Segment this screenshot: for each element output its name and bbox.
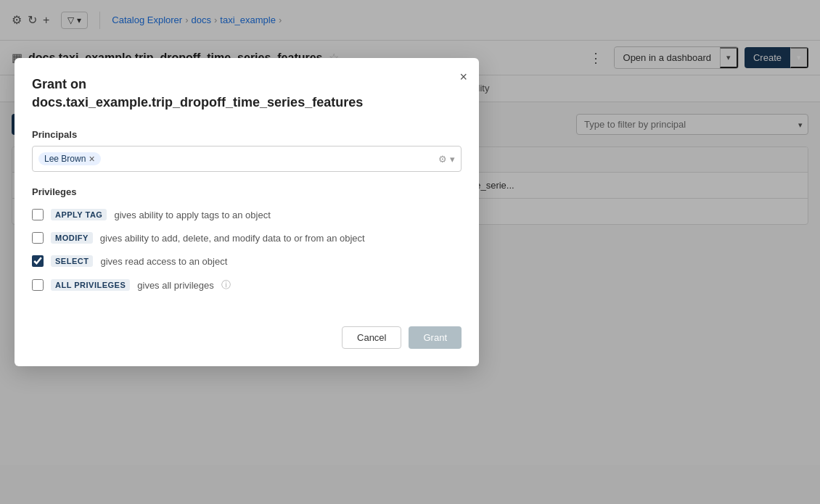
cancel-button[interactable]: Cancel xyxy=(342,326,401,349)
privilege-row-modify: MODIFY gives ability to add, delete, and… xyxy=(32,226,462,249)
all-privileges-checkbox[interactable] xyxy=(32,279,44,291)
principals-settings-icon[interactable]: ⚙ xyxy=(438,154,447,165)
principal-tag-remove-button[interactable]: × xyxy=(89,154,94,164)
modify-checkbox[interactable] xyxy=(32,232,44,244)
page-wrapper: ⚙ ↻ + ▽ ▾ Catalog Explorer › docs › taxi… xyxy=(0,0,820,504)
select-checkbox[interactable] xyxy=(32,255,44,267)
apply-tag-description: gives ability to apply tags to an object xyxy=(114,210,270,220)
info-icon[interactable]: ⓘ xyxy=(221,278,231,292)
principals-label: Principals xyxy=(32,129,462,140)
all-privileges-description: gives all privileges xyxy=(137,280,214,291)
modal-overlay: × Grant on docs.taxi_example.trip_dropof… xyxy=(0,0,820,504)
modal-grant-button[interactable]: Grant xyxy=(409,326,462,349)
select-description: gives read access to an object xyxy=(100,256,227,267)
modify-badge: MODIFY xyxy=(51,232,93,244)
apply-tag-badge: APPLY TAG xyxy=(51,209,107,220)
select-badge: SELECT xyxy=(51,255,93,267)
principals-input-controls: ⚙ ▾ xyxy=(438,154,455,165)
privilege-row-select: SELECT gives read access to an object xyxy=(32,249,462,273)
privilege-row-all-privileges: ALL PRIVILEGES gives all privileges ⓘ xyxy=(32,273,462,297)
privilege-row-apply-tag: APPLY TAG gives ability to apply tags to… xyxy=(32,203,462,226)
modal-title: Grant on docs.taxi_example.trip_dropoff_… xyxy=(32,75,462,112)
grant-modal: × Grant on docs.taxi_example.trip_dropof… xyxy=(15,58,479,366)
apply-tag-checkbox[interactable] xyxy=(32,209,44,220)
principals-dropdown-arrow-icon[interactable]: ▾ xyxy=(450,154,455,165)
modal-footer: Cancel Grant xyxy=(32,326,462,349)
principals-input[interactable]: Lee Brown × ⚙ ▾ xyxy=(32,146,462,172)
privileges-label: Privileges xyxy=(32,186,462,197)
principal-tag-name: Lee Brown xyxy=(44,154,86,164)
privileges-section: Privileges APPLY TAG gives ability to ap… xyxy=(32,186,462,297)
modify-description: gives ability to add, delete, and modify… xyxy=(100,233,365,244)
all-privileges-badge: ALL PRIVILEGES xyxy=(51,279,130,291)
modal-close-button[interactable]: × xyxy=(459,70,467,85)
principal-tag: Lee Brown × xyxy=(38,152,101,165)
